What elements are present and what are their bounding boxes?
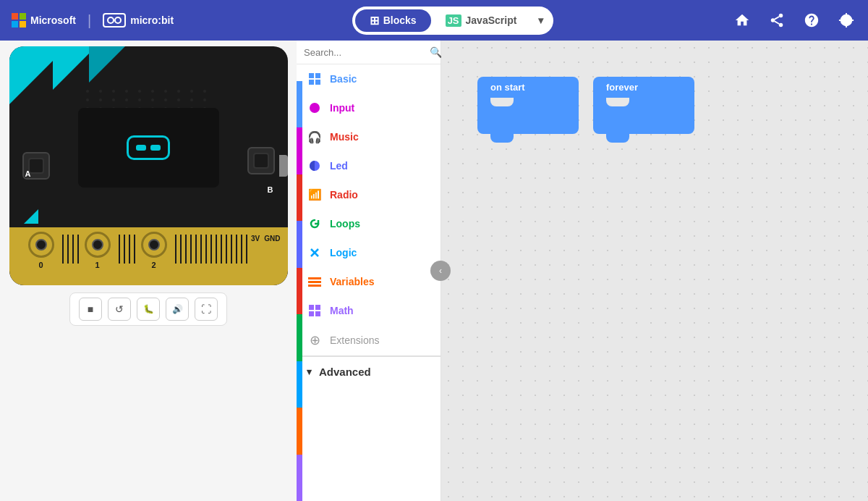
sidebar-item-extensions[interactable]: ⊕ Extensions [297,325,441,355]
svg-rect-17 [315,305,320,310]
search-icon: 🔍 [430,46,442,58]
search-bar: 🔍 [297,41,441,64]
logic-icon [307,245,323,261]
restart-button[interactable]: ↺ [108,298,131,321]
home-icon[interactable] [732,10,752,30]
pin-serrated-rest [171,235,252,264]
simulator-panel: A B 0 [0,41,297,501]
sidebar-item-variables[interactable]: Variables [297,267,441,296]
robot-eye-right [150,145,161,151]
svg-rect-6 [315,73,320,78]
svg-point-1 [771,18,775,22]
blocks-tab-label: Blocks [383,14,417,26]
color-variables [297,408,302,454]
sidebar-item-led[interactable]: Led [297,151,441,180]
sidebar-item-math[interactable]: Math [297,296,441,325]
variables-icon [307,274,323,290]
pin-3v: 3V [251,232,260,243]
on-start-block[interactable]: on start [477,77,579,134]
category-sidebar: 🔍 Basic Input 🎧 Music [297,41,441,501]
button-b-label: B [268,185,273,194]
svg-rect-15 [308,285,321,287]
color-music [297,174,302,221]
forever-block[interactable]: forever [593,77,694,134]
settings-icon[interactable] [836,10,856,30]
triangle-indicator [24,209,38,224]
sound-icon: 🔊 [172,304,183,314]
math-icon [307,303,323,319]
extensions-icon: ⊕ [307,332,323,348]
fullscreen-button[interactable]: ⛶ [195,298,218,321]
pin-hole-1[interactable] [85,232,111,258]
blocks-tab[interactable]: ⊞ Blocks [355,9,431,32]
sound-button[interactable]: 🔊 [166,298,189,321]
button-b[interactable] [247,147,275,174]
microbit-logo: micro:bit [103,13,174,28]
pins-strip: 0 1 2 3V [9,227,288,285]
music-icon: 🎧 [307,129,323,145]
color-basic [297,81,302,127]
search-input[interactable] [304,47,425,58]
sidebar-collapse-button[interactable]: ‹ [430,261,451,281]
svg-point-2 [779,23,783,27]
logic-label: Logic [330,247,357,258]
main-area: A B 0 [0,41,868,501]
color-led [297,221,302,267]
header-tabs: ⊞ Blocks JS JavaScript ▾ [352,7,554,35]
button-a-label: A [25,169,31,178]
pin-hole-inner-1 [92,239,103,250]
dropdown-arrow-btn[interactable]: ▾ [531,10,550,30]
category-list: Basic Input 🎧 Music Led 📶 Radio [297,64,441,501]
sidebar-item-input[interactable]: Input [297,93,441,122]
pin-hole-inner-0 [35,239,47,250]
forever-notch [606,98,629,106]
svg-point-0 [779,14,783,18]
microsoft-logo: Microsoft [12,13,76,28]
js-icon: JS [446,14,461,27]
sidebar-item-radio[interactable]: 📶 Radio [297,180,441,209]
sidebar-item-advanced[interactable]: ▾ Advanced [297,356,441,387]
share-icon[interactable] [767,10,787,30]
led-icon [307,158,323,174]
pin-1: 1 [80,232,115,269]
sim-toolbar: ■ ↺ 🐛 🔊 ⛶ [69,292,227,326]
usb-port [279,155,288,177]
microbit-icon [103,13,126,28]
input-icon [307,100,323,116]
sidebar-item-loops[interactable]: Loops [297,209,441,238]
sidebar-item-music[interactable]: 🎧 Music [297,122,441,151]
pin-serrated-01 [59,235,80,264]
svg-point-9 [310,103,320,113]
blocks-workspace[interactable]: on start forever [441,41,868,501]
advanced-label: Advanced [319,366,371,378]
variables-label: Variables [330,276,375,287]
microsoft-label: Microsoft [30,14,76,26]
help-icon[interactable] [801,10,822,30]
pin-label-1: 1 [95,261,99,269]
sidebar-item-basic[interactable]: Basic [297,64,441,93]
pin-label-gnd: GND [264,235,280,243]
robot-eye-left [136,145,146,151]
basic-label: Basic [330,73,357,85]
debug-icon: 🐛 [143,304,154,314]
led-label: Led [330,160,348,172]
javascript-tab[interactable]: JS JavaScript [431,10,532,31]
color-bar [297,81,302,501]
stop-button[interactable]: ■ [79,298,102,321]
sidebar-item-logic[interactable]: Logic [297,238,441,267]
loops-icon [307,216,323,232]
pin-hole-0[interactable] [28,232,54,258]
forever-puzzle [606,134,629,143]
pin-2: 2 [137,232,171,269]
radio-label: Radio [330,189,358,201]
svg-rect-18 [309,311,314,316]
extensions-label: Extensions [330,334,379,346]
debug-button[interactable]: 🐛 [137,298,160,321]
svg-line-4 [775,17,779,20]
stop-icon: ■ [88,303,93,315]
led-display [78,108,219,188]
svg-rect-7 [309,80,314,85]
pin-hole-2[interactable] [141,232,167,258]
color-radio [297,268,302,314]
svg-rect-16 [309,305,314,310]
